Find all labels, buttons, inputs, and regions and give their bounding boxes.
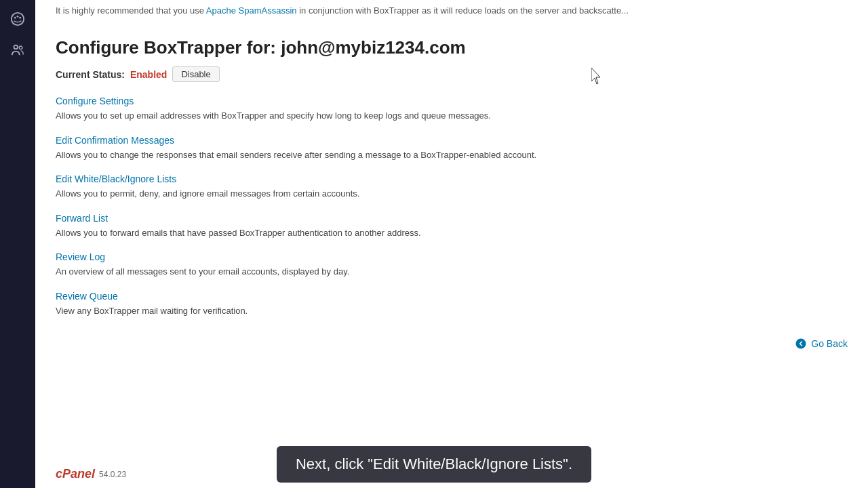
svg-point-3 [19, 17, 21, 19]
section-edit-lists: Edit White/Black/Ignore Lists Allows you… [56, 174, 848, 201]
sections-list: Configure Settings Allows you to set up … [56, 96, 848, 317]
go-back-label: Go Back [811, 338, 848, 349]
status-value: Enabled [130, 69, 167, 80]
status-label: Current Status: [56, 69, 125, 80]
sidebar-icon-palette[interactable] [5, 7, 30, 31]
review-log-desc: An overview of all messages sent to your… [56, 265, 848, 279]
section-edit-confirmation: Edit Confirmation Messages Allows you to… [56, 135, 848, 162]
svg-point-6 [796, 339, 806, 349]
configure-settings-link[interactable]: Configure Settings [56, 96, 848, 106]
svg-point-1 [14, 17, 16, 19]
forward-list-link[interactable]: Forward List [56, 213, 848, 224]
status-row: Current Status: Enabled Disable [56, 66, 848, 82]
edit-confirmation-desc: Allows you to change the responses that … [56, 148, 848, 162]
page-title-prefix: Configure BoxTrapper for: [56, 37, 281, 58]
page-title-email: john@mybiz1234.com [281, 37, 465, 58]
section-forward-list: Forward List Allows you to forward email… [56, 213, 848, 240]
review-queue-desc: View any BoxTrapper mail waiting for ver… [56, 304, 848, 318]
edit-lists-desc: Allows you to permit, deny, and ignore e… [56, 187, 848, 201]
cpanel-footer: cPanel 54.0.23 [56, 467, 126, 481]
cpanel-version: 54.0.23 [99, 470, 126, 479]
section-review-log: Review Log An overview of all messages s… [56, 251, 848, 279]
svg-point-2 [17, 16, 19, 18]
page-header: Configure BoxTrapper for: john@mybiz1234… [56, 37, 848, 58]
edit-lists-link[interactable]: Edit White/Black/Ignore Lists [56, 174, 848, 184]
disable-button[interactable]: Disable [172, 66, 219, 82]
cpanel-logo: cPanel [56, 467, 95, 481]
forward-list-desc: Allows you to forward emails that have p… [56, 226, 848, 240]
svg-point-5 [19, 46, 22, 49]
sidebar [0, 0, 35, 488]
svg-point-0 [12, 13, 24, 25]
go-back-icon [795, 338, 807, 350]
top-notice: It is highly recommended that you use Ap… [56, 0, 848, 26]
main-content: It is highly recommended that you use Ap… [35, 0, 868, 488]
go-back-row: Go Back [56, 338, 848, 350]
review-log-link[interactable]: Review Log [56, 251, 848, 262]
section-review-queue: Review Queue View any BoxTrapper mail wa… [56, 291, 848, 318]
page-title: Configure BoxTrapper for: john@mybiz1234… [56, 37, 848, 58]
section-configure-settings: Configure Settings Allows you to set up … [56, 96, 848, 123]
review-queue-link[interactable]: Review Queue [56, 291, 848, 302]
go-back-link[interactable]: Go Back [795, 338, 848, 350]
notice-text-before: It is highly recommended that you use [56, 5, 206, 16]
configure-settings-desc: Allows you to set up email addresses wit… [56, 109, 848, 123]
notice-text-after: in conjunction with BoxTrapper as it wil… [297, 5, 629, 16]
edit-confirmation-link[interactable]: Edit Confirmation Messages [56, 135, 848, 146]
svg-point-4 [14, 45, 18, 49]
sidebar-icon-users[interactable] [5, 38, 30, 62]
spamassassin-link[interactable]: Apache SpamAssassin [206, 5, 297, 16]
